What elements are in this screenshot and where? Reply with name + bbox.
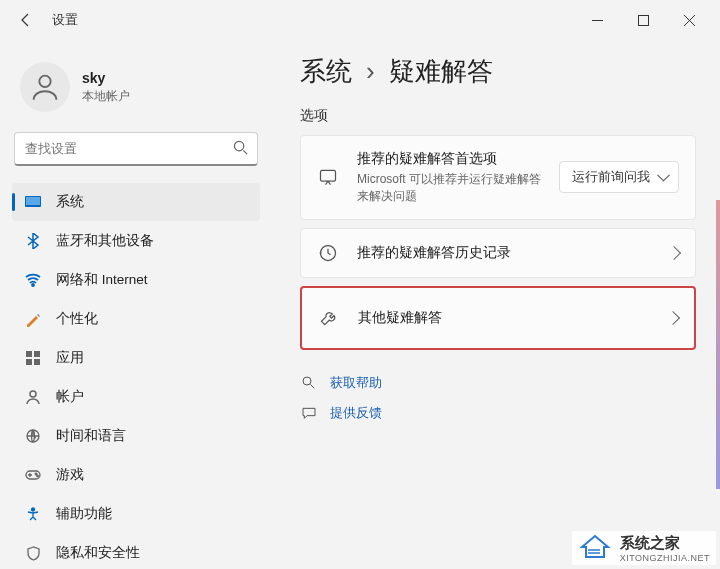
card-title: 推荐的疑难解答首选项 [357,150,541,168]
personalization-icon [24,310,42,328]
app-title: 设置 [52,11,78,29]
card-title: 推荐的疑难解答历史记录 [357,244,651,262]
svg-rect-7 [34,351,40,357]
user-block[interactable]: sky 本地帐户 [8,48,264,132]
breadcrumb: 系统 › 疑难解答 [300,54,696,89]
give-feedback-link[interactable]: 提供反馈 [300,398,696,428]
card-other-troubleshooters[interactable]: 其他疑难解答 [300,286,696,350]
sidebar-item-0[interactable]: 系统 [12,183,260,221]
link-label: 提供反馈 [330,404,382,422]
chevron-right-icon [667,246,681,260]
accessibility-icon [24,505,42,523]
svg-point-1 [39,76,50,87]
back-button[interactable] [8,2,44,38]
sidebar-item-label: 帐户 [56,388,84,406]
back-arrow-icon [18,12,34,28]
card-title: 其他疑难解答 [358,309,650,327]
minimize-button[interactable] [574,4,620,36]
content-pane: 系统 › 疑难解答 选项 推荐的疑难解答首选项 Microsoft 可以推荐并运… [276,40,720,569]
privacy-icon [24,544,42,562]
chat-icon [317,167,339,187]
sidebar-item-1[interactable]: 蓝牙和其他设备 [12,222,260,260]
search-input[interactable] [14,132,258,166]
sidebar-item-label: 网络和 Internet [56,271,148,289]
watermark-url: XITONGZHIJIA.NET [620,553,710,563]
titlebar: 设置 [0,0,720,40]
window-controls [574,4,712,36]
sidebar-item-label: 蓝牙和其他设备 [56,232,154,250]
sidebar-item-label: 应用 [56,349,84,367]
sidebar-item-label: 系统 [56,193,84,211]
sidebar-item-9[interactable]: 隐私和安全性 [12,534,260,569]
close-button[interactable] [666,4,712,36]
card-troubleshoot-history[interactable]: 推荐的疑难解答历史记录 [300,228,696,278]
maximize-button[interactable] [620,4,666,36]
watermark: 系统之家 XITONGZHIJIA.NET [572,531,716,565]
nav-list: 系统蓝牙和其他设备网络和 Internet个性化应用帐户时间和语言游戏辅助功能隐… [8,178,264,569]
svg-rect-16 [321,171,336,182]
svg-point-18 [303,377,311,385]
time-language-icon [24,427,42,445]
user-name: sky [82,70,130,86]
breadcrumb-parent[interactable]: 系统 [300,54,352,89]
help-icon [300,375,318,391]
accounts-icon [24,388,42,406]
get-help-link[interactable]: 获取帮助 [300,368,696,398]
user-icon [28,70,62,104]
section-label: 选项 [300,107,696,125]
card-troubleshoot-prefs[interactable]: 推荐的疑难解答首选项 Microsoft 可以推荐并运行疑难解答来解决问题 运行… [300,135,696,220]
chevron-right-icon: › [366,56,375,87]
avatar [20,62,70,112]
sidebar-item-7[interactable]: 游戏 [12,456,260,494]
breadcrumb-current: 疑难解答 [389,54,493,89]
sidebar-item-4[interactable]: 应用 [12,339,260,377]
svg-rect-9 [34,359,40,365]
apps-icon [24,349,42,367]
prefs-dropdown[interactable]: 运行前询问我 [559,161,679,193]
svg-point-13 [35,473,37,475]
bluetooth-icon [24,232,42,250]
svg-rect-0 [638,15,648,25]
user-account-type: 本地帐户 [82,88,130,105]
feedback-icon [300,405,318,421]
search-icon [233,140,248,159]
sidebar-item-3[interactable]: 个性化 [12,300,260,338]
system-icon [24,193,42,211]
decorative-edge [716,200,720,489]
svg-rect-6 [26,351,32,357]
gaming-icon [24,466,42,484]
sidebar-item-label: 隐私和安全性 [56,544,140,562]
minimize-icon [592,15,603,26]
chevron-right-icon [666,311,680,325]
sidebar-item-6[interactable]: 时间和语言 [12,417,260,455]
svg-point-10 [30,391,36,397]
sidebar-item-label: 辅助功能 [56,505,112,523]
svg-rect-8 [26,359,32,365]
sidebar-item-label: 游戏 [56,466,84,484]
maximize-icon [638,15,649,26]
svg-point-14 [37,475,39,477]
house-icon [578,533,612,563]
svg-rect-4 [26,197,40,205]
sidebar-item-label: 个性化 [56,310,98,328]
svg-point-2 [234,141,243,150]
sidebar-item-5[interactable]: 帐户 [12,378,260,416]
svg-point-5 [32,284,34,286]
close-icon [684,15,695,26]
watermark-title: 系统之家 [620,534,710,553]
svg-point-15 [32,508,35,511]
card-subtitle: Microsoft 可以推荐并运行疑难解答来解决问题 [357,171,541,205]
network-icon [24,271,42,289]
history-icon [317,243,339,263]
link-label: 获取帮助 [330,374,382,392]
wrench-icon [318,308,340,328]
sidebar-item-label: 时间和语言 [56,427,126,445]
sidebar-item-8[interactable]: 辅助功能 [12,495,260,533]
sidebar: sky 本地帐户 系统蓝牙和其他设备网络和 Internet个性化应用帐户时间和… [0,40,276,569]
sidebar-item-2[interactable]: 网络和 Internet [12,261,260,299]
